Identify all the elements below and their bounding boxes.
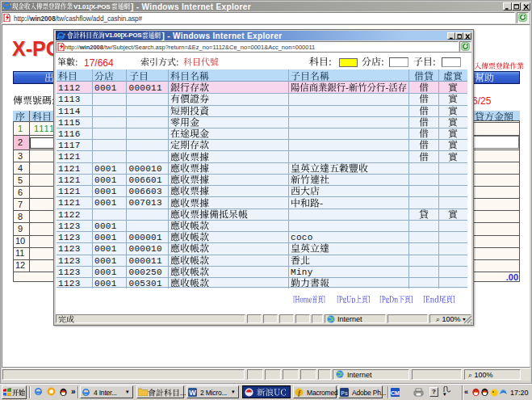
svg-text:CM: CM [391, 389, 400, 395]
svg-text:W: W [189, 389, 196, 397]
svg-text:Ps: Ps [341, 389, 348, 395]
